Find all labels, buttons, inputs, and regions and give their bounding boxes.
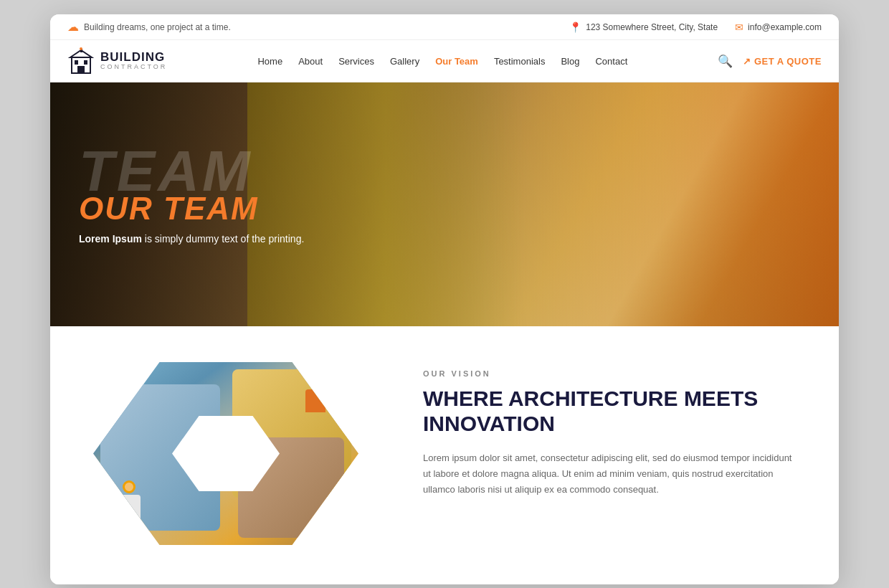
contact-info: 📍 123 Somewhere Street, City, State ✉ in… bbox=[569, 22, 822, 33]
nav-about[interactable]: About bbox=[298, 56, 323, 67]
get-quote-arrow: ↗ bbox=[743, 56, 751, 67]
email-icon: ✉ bbox=[735, 22, 743, 33]
nav-blog[interactable]: Blog bbox=[561, 56, 579, 67]
main-nav: Home About Services Gallery Our Team Tes… bbox=[257, 56, 627, 67]
hero-right-overlay bbox=[484, 82, 839, 326]
vision-title-line1: WHERE ARCHITECTURE MEETS bbox=[423, 387, 758, 410]
browser-frame: ☁ Building dreams, one project at a time… bbox=[50, 14, 839, 584]
tagline-text: Building dreams, one project at a time. bbox=[84, 22, 231, 32]
get-quote-button[interactable]: ↗ GET A QUOTE bbox=[743, 56, 822, 67]
hero-background-text: TEAM bbox=[79, 143, 253, 200]
svg-point-6 bbox=[80, 47, 82, 50]
svg-rect-4 bbox=[77, 66, 85, 73]
content-section: OUR VISION WHERE ARCHITECTURE MEETS INNO… bbox=[50, 326, 839, 584]
person-silhouette-1 bbox=[115, 480, 143, 523]
header-actions: 🔍 ↗ GET A QUOTE bbox=[718, 54, 822, 69]
vision-title: WHERE ARCHITECTURE MEETS INNOVATION bbox=[423, 387, 796, 436]
person-silhouette-2 bbox=[301, 376, 330, 419]
logo-text: BUILDING CONTRACTOR bbox=[100, 51, 167, 72]
vision-body-text: Lorem ipsum dolor sit amet, consectetur … bbox=[423, 450, 796, 498]
hero-content: TEAM OUR TEAM Lorem Ipsum is simply dumm… bbox=[79, 164, 304, 245]
hero-subtitle-bold: Lorem Ipsum bbox=[79, 233, 142, 245]
tagline-area: ☁ Building dreams, one project at a time… bbox=[67, 20, 231, 34]
address-text: 123 Somewhere Street, City, State bbox=[586, 22, 718, 32]
brand-sub: CONTRACTOR bbox=[100, 64, 167, 71]
vision-content: OUR VISION WHERE ARCHITECTURE MEETS INNO… bbox=[423, 362, 796, 498]
cloud-icon: ☁ bbox=[67, 20, 79, 34]
vision-title-line2: INNOVATION bbox=[423, 412, 555, 435]
logo-building-icon bbox=[67, 47, 95, 75]
brand-name: BUILDING bbox=[100, 51, 167, 65]
nav-services[interactable]: Services bbox=[338, 56, 374, 67]
hero-section: TEAM OUR TEAM Lorem Ipsum is simply dumm… bbox=[50, 82, 839, 326]
hex-image-area bbox=[93, 362, 380, 549]
get-quote-label: GET A QUOTE bbox=[754, 56, 822, 67]
header: BUILDING CONTRACTOR Home About Services … bbox=[50, 40, 839, 82]
search-button[interactable]: 🔍 bbox=[718, 54, 733, 69]
nav-testimonials[interactable]: Testimonials bbox=[494, 56, 546, 67]
logo[interactable]: BUILDING CONTRACTOR bbox=[67, 47, 167, 75]
nav-gallery[interactable]: Gallery bbox=[390, 56, 419, 67]
location-icon: 📍 bbox=[569, 22, 581, 33]
svg-rect-3 bbox=[84, 60, 87, 65]
email-text: info@example.com bbox=[748, 22, 822, 32]
address-item: 📍 123 Somewhere Street, City, State bbox=[569, 22, 718, 33]
hero-subtitle: Lorem Ipsum is simply dummy text of the … bbox=[79, 233, 304, 245]
hero-subtitle-rest: is simply dummy text of the printing. bbox=[142, 233, 304, 245]
top-bar: ☁ Building dreams, one project at a time… bbox=[50, 14, 839, 40]
nav-contact[interactable]: Contact bbox=[595, 56, 627, 67]
vision-label: OUR VISION bbox=[423, 369, 796, 378]
email-item: ✉ info@example.com bbox=[735, 22, 822, 33]
svg-rect-2 bbox=[75, 60, 78, 65]
nav-our-team[interactable]: Our Team bbox=[435, 56, 478, 67]
nav-home[interactable]: Home bbox=[257, 56, 282, 67]
